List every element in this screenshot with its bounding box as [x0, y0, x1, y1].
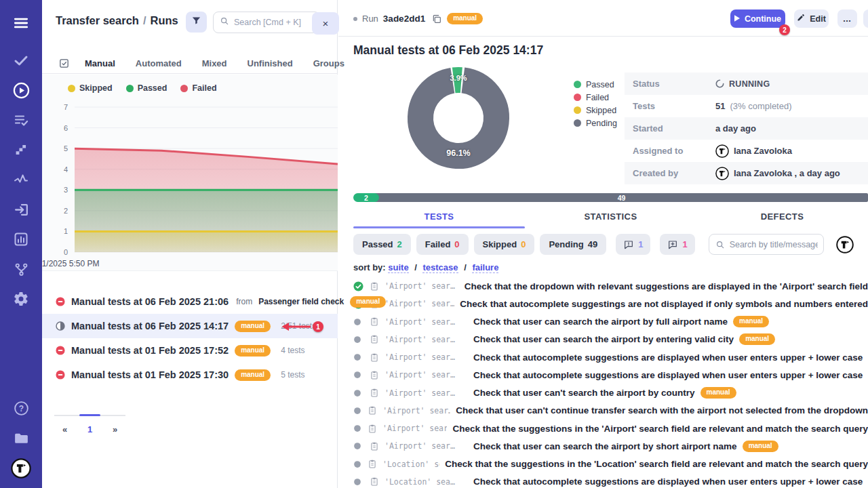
legend-item-passed: Passed	[126, 83, 167, 93]
test-row[interactable]: 'Airport' sear…Check that the dropdown w…	[338, 277, 868, 295]
sort-link-testcase[interactable]: testcase	[422, 262, 458, 273]
tab-manual[interactable]: Manual	[85, 58, 115, 68]
tab-defects[interactable]: DEFECTS	[696, 207, 868, 228]
summary-row-created-by: Created byIana Zavoloka , a day ago	[625, 162, 868, 184]
tab-automated[interactable]: Automated	[136, 58, 182, 68]
summary-value-text: Iana Zavoloka , a day ago	[734, 168, 840, 178]
filter-chip-failed[interactable]: Failed0	[416, 234, 469, 255]
trend-legend: SkippedPassedFailed	[68, 83, 217, 93]
pending-dot-icon	[353, 442, 363, 450]
arrow-enter-icon[interactable]	[9, 198, 33, 221]
continue-button[interactable]: Continue	[730, 9, 785, 28]
svg-text:7: 7	[64, 103, 68, 111]
menu-icon[interactable]	[9, 12, 33, 35]
test-row[interactable]: 'Airport' sear…Check that autocomplete s…	[338, 348, 868, 366]
avatar-t-icon[interactable]	[11, 458, 31, 479]
summary-row-started: Starteda day ago	[625, 117, 868, 140]
test-row[interactable]: 'Airport' sear…Check that autocomplete s…	[338, 366, 868, 384]
clipped-button[interactable]	[863, 9, 868, 28]
list-check-icon[interactable]	[9, 108, 33, 131]
runs-panel-header: Transfer search/Runs ×	[42, 0, 338, 45]
assignee-avatar[interactable]	[836, 236, 854, 253]
test-title: Check that autocomplete suggestions are …	[473, 370, 863, 380]
test-title: Check that autocomplete suggestions are …	[473, 352, 863, 363]
test-type-badge: manual	[701, 387, 736, 399]
test-row[interactable]: 'Location' sea…Check that autocomplete s…	[338, 473, 868, 488]
check-icon[interactable]	[9, 49, 33, 72]
help-icon[interactable]: ?	[9, 396, 33, 420]
test-title: Check that autocomplete suggestings are …	[460, 299, 868, 309]
svg-text:4: 4	[64, 165, 68, 174]
app-root: ? Transfer search/Runs × ManualAutomated…	[0, 0, 868, 488]
test-row[interactable]: 'Airport' sear…Check that user can't sea…	[338, 384, 868, 402]
sort-separator: /	[458, 262, 473, 272]
pagination-prev[interactable]: «	[54, 424, 75, 434]
breadcrumb-section[interactable]: Transfer search	[56, 14, 139, 26]
run-row[interactable]: Manual tests at 06 Feb 2025 21:06fromPas…	[42, 289, 338, 314]
tab-tests[interactable]: TESTS	[353, 207, 525, 228]
pagination-page-1[interactable]: 1	[79, 424, 100, 434]
summary-row-status: StatusRUNNING	[625, 73, 868, 95]
select-all-icon[interactable]	[58, 58, 70, 69]
pagination-next[interactable]: »	[104, 424, 125, 434]
summary-value-text: a day ago	[715, 123, 756, 134]
test-title: Check that user can't search the airport…	[473, 388, 695, 398]
clipboard-icon	[368, 424, 377, 434]
tab-statistics[interactable]: STATISTICS	[525, 207, 696, 228]
annotation-badge-2: 2	[779, 24, 790, 35]
edit-button[interactable]: Edit	[794, 9, 829, 28]
comment-plus-chip[interactable]: 1	[660, 234, 694, 255]
summary-value: RUNNING	[715, 79, 770, 89]
gear-icon[interactable]	[9, 287, 33, 310]
steps-icon[interactable]	[9, 138, 33, 161]
runs-search-input[interactable]	[234, 18, 309, 27]
trend-plot: 76543210	[42, 96, 338, 270]
filter-chip-passed[interactable]: Passed2	[353, 234, 411, 255]
pulse-icon[interactable]	[9, 168, 33, 191]
filter-chip-skipped[interactable]: Skipped0	[474, 234, 535, 255]
legend-dot	[126, 85, 134, 92]
avatar	[715, 144, 729, 158]
runs-search[interactable]	[213, 12, 320, 33]
branch-icon[interactable]	[9, 258, 33, 281]
tab-mixed[interactable]: Mixed	[202, 58, 227, 68]
comment-exclamation-chip[interactable]: 1	[616, 234, 650, 255]
result-filter-chips: Passed2Failed0Skipped0Pending4911	[353, 234, 868, 255]
test-row[interactable]: 'Location' sea…Check that the suggestion…	[338, 455, 868, 473]
test-row[interactable]: 'Airport' sear…Check that user can searc…	[338, 313, 868, 331]
run-row[interactable]: Manual tests at 01 Feb 2025 17:52manual4…	[42, 338, 338, 363]
tests-search[interactable]	[709, 234, 824, 255]
test-row[interactable]: 'Airport' sear…Check that user can searc…	[338, 331, 868, 348]
more-actions-button[interactable]: …	[837, 9, 857, 28]
chip-count: 2	[397, 239, 402, 249]
run-progress-bar: 249	[353, 193, 868, 202]
bar-chart-icon[interactable]	[9, 228, 33, 251]
run-row[interactable]: Manual tests at 01 Feb 2025 17:30manual5…	[42, 363, 338, 387]
test-type-badge: manual	[743, 441, 778, 452]
run-row-title: Manual tests at 01 Feb 2025 17:30	[71, 369, 229, 380]
tab-unfinished[interactable]: Unfinished	[248, 58, 293, 68]
summary-label: Tests	[625, 101, 715, 111]
sort-link-suite[interactable]: suite	[388, 262, 408, 273]
filter-button[interactable]	[186, 12, 207, 33]
filter-chip-pending[interactable]: Pending49	[540, 234, 606, 255]
svg-text:1: 1	[64, 227, 68, 235]
legend-dot	[574, 119, 581, 127]
tab-groups[interactable]: Groups	[313, 58, 344, 68]
test-row[interactable]: 'Airport' sear…Check that user can't con…	[338, 402, 868, 420]
copy-icon[interactable]	[431, 14, 442, 24]
test-row[interactable]: 'Airport' sear…Check that autocomplete s…	[338, 295, 868, 312]
test-suite: 'Airport' sear…	[384, 317, 468, 327]
run-row[interactable]: Manual tests at 06 Feb 2025 14:17manual2…	[42, 314, 338, 338]
run-tests-count: 4 tests	[281, 346, 304, 355]
play-circle-icon[interactable]	[9, 79, 33, 102]
edit-label: Edit	[810, 14, 826, 24]
run-title: Manual tests at 06 Feb 2025 14:17	[353, 43, 543, 58]
test-row[interactable]: 'Airport' sear…Check that the suggestion…	[338, 420, 868, 437]
close-panel-button[interactable]: ×	[312, 12, 339, 35]
chip-count: 1	[682, 239, 687, 249]
test-row[interactable]: 'Airport' sear…Check that user can searc…	[338, 437, 868, 455]
sort-link-failure[interactable]: failure	[472, 262, 498, 273]
folder-icon[interactable]	[9, 426, 33, 449]
tests-search-input[interactable]	[730, 240, 818, 249]
